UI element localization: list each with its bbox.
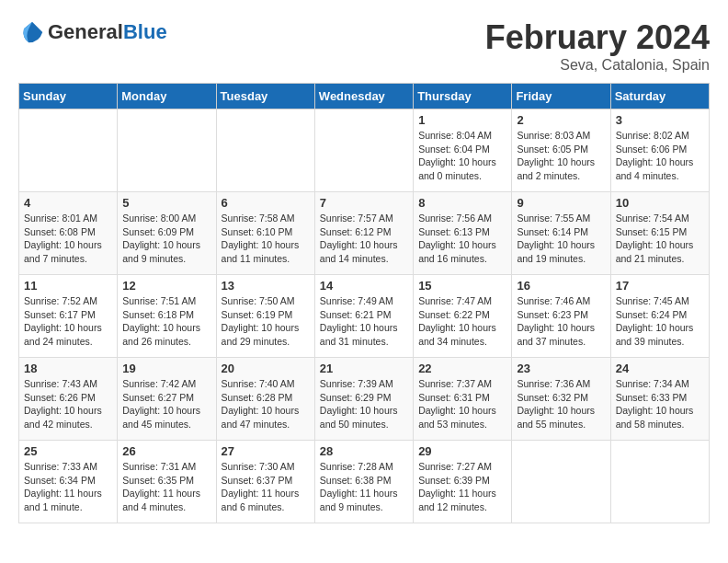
weekday-header-cell: Tuesday [216,84,314,109]
logo-icon [18,18,46,46]
day-info: Sunrise: 7:46 AM Sunset: 6:23 PM Dayligh… [517,294,605,349]
weekday-header-row: SundayMondayTuesdayWednesdayThursdayFrid… [19,84,710,109]
calendar-week-row: 1Sunrise: 8:04 AM Sunset: 6:04 PM Daylig… [19,109,710,192]
calendar-day-cell: 11Sunrise: 7:52 AM Sunset: 6:17 PM Dayli… [19,275,118,358]
calendar-subtitle: Seva, Catalonia, Spain [485,57,710,74]
calendar-day-cell [512,441,610,523]
calendar-day-cell: 19Sunrise: 7:42 AM Sunset: 6:27 PM Dayli… [118,358,216,441]
calendar-day-cell: 4Sunrise: 8:01 AM Sunset: 6:08 PM Daylig… [19,192,118,275]
calendar-day-cell: 24Sunrise: 7:34 AM Sunset: 6:33 PM Dayli… [610,358,709,441]
day-info: Sunrise: 7:58 AM Sunset: 6:10 PM Dayligh… [222,212,310,266]
day-info: Sunrise: 7:34 AM Sunset: 6:33 PM Dayligh… [616,377,704,431]
day-number: 6 [222,196,310,210]
day-number: 23 [517,362,605,375]
day-info: Sunrise: 7:54 AM Sunset: 6:15 PM Dayligh… [616,212,704,266]
calendar-week-row: 11Sunrise: 7:52 AM Sunset: 6:17 PM Dayli… [19,275,710,358]
title-area: February 2024 Seva, Catalonia, Spain [485,18,710,74]
calendar-day-cell: 12Sunrise: 7:51 AM Sunset: 6:18 PM Dayli… [118,275,216,358]
calendar-day-cell: 16Sunrise: 7:46 AM Sunset: 6:23 PM Dayli… [512,275,610,358]
day-number: 5 [122,196,210,210]
day-number: 28 [320,444,408,458]
calendar-day-cell: 27Sunrise: 7:30 AM Sunset: 6:37 PM Dayli… [216,441,314,523]
calendar-day-cell: 2Sunrise: 8:03 AM Sunset: 6:05 PM Daylig… [512,109,610,192]
day-info: Sunrise: 7:51 AM Sunset: 6:18 PM Dayligh… [122,294,210,349]
logo-blue-text: Blue [123,20,167,43]
day-number: 8 [418,196,506,210]
calendar-week-row: 4Sunrise: 8:01 AM Sunset: 6:08 PM Daylig… [19,192,710,275]
day-info: Sunrise: 7:47 AM Sunset: 6:22 PM Dayligh… [418,294,506,349]
weekday-header-cell: Saturday [610,84,709,109]
calendar-day-cell: 26Sunrise: 7:31 AM Sunset: 6:35 PM Dayli… [118,441,216,523]
day-info: Sunrise: 8:03 AM Sunset: 6:05 PM Dayligh… [517,129,605,183]
day-number: 17 [616,279,704,293]
weekday-header-cell: Friday [512,84,610,109]
calendar-body: 1Sunrise: 8:04 AM Sunset: 6:04 PM Daylig… [19,109,710,523]
calendar-day-cell: 22Sunrise: 7:37 AM Sunset: 6:31 PM Dayli… [414,358,512,441]
day-number: 11 [24,279,112,293]
day-number: 10 [616,196,704,210]
calendar-day-cell [610,441,709,523]
weekday-header-cell: Wednesday [314,84,413,109]
day-number: 22 [418,362,506,375]
calendar-day-cell: 29Sunrise: 7:27 AM Sunset: 6:39 PM Dayli… [414,441,512,523]
calendar-day-cell [19,109,118,192]
calendar-day-cell: 17Sunrise: 7:45 AM Sunset: 6:24 PM Dayli… [610,275,709,358]
calendar-day-cell: 20Sunrise: 7:40 AM Sunset: 6:28 PM Dayli… [216,358,314,441]
day-info: Sunrise: 7:52 AM Sunset: 6:17 PM Dayligh… [24,294,112,349]
day-number: 2 [517,113,605,127]
day-number: 3 [616,113,704,127]
day-number: 16 [517,279,605,293]
calendar-week-row: 18Sunrise: 7:43 AM Sunset: 6:26 PM Dayli… [19,358,710,441]
calendar-day-cell [118,109,216,192]
logo-general-text: General [48,20,123,43]
day-number: 14 [320,279,408,293]
day-number: 27 [222,444,310,458]
day-info: Sunrise: 8:02 AM Sunset: 6:06 PM Dayligh… [616,129,704,183]
day-info: Sunrise: 7:39 AM Sunset: 6:29 PM Dayligh… [320,377,408,431]
calendar-header: SundayMondayTuesdayWednesdayThursdayFrid… [19,84,710,109]
day-info: Sunrise: 7:42 AM Sunset: 6:27 PM Dayligh… [122,377,210,431]
calendar-day-cell: 21Sunrise: 7:39 AM Sunset: 6:29 PM Dayli… [314,358,413,441]
day-info: Sunrise: 7:45 AM Sunset: 6:24 PM Dayligh… [616,294,704,349]
calendar-day-cell: 28Sunrise: 7:28 AM Sunset: 6:38 PM Dayli… [314,441,413,523]
day-number: 12 [122,279,210,293]
calendar-day-cell: 7Sunrise: 7:57 AM Sunset: 6:12 PM Daylig… [314,192,413,275]
calendar-day-cell: 18Sunrise: 7:43 AM Sunset: 6:26 PM Dayli… [19,358,118,441]
calendar-day-cell: 1Sunrise: 8:04 AM Sunset: 6:04 PM Daylig… [414,109,512,192]
day-number: 25 [24,444,112,458]
day-number: 13 [222,279,310,293]
calendar-day-cell: 3Sunrise: 8:02 AM Sunset: 6:06 PM Daylig… [610,109,709,192]
calendar-day-cell: 23Sunrise: 7:36 AM Sunset: 6:32 PM Dayli… [512,358,610,441]
calendar-week-row: 25Sunrise: 7:33 AM Sunset: 6:34 PM Dayli… [19,441,710,523]
day-number: 1 [418,113,506,127]
calendar-day-cell: 13Sunrise: 7:50 AM Sunset: 6:19 PM Dayli… [216,275,314,358]
day-info: Sunrise: 8:00 AM Sunset: 6:09 PM Dayligh… [122,212,210,266]
calendar-day-cell: 5Sunrise: 8:00 AM Sunset: 6:09 PM Daylig… [118,192,216,275]
day-info: Sunrise: 7:28 AM Sunset: 6:38 PM Dayligh… [320,460,408,514]
weekday-header-cell: Thursday [414,84,512,109]
calendar-day-cell [216,109,314,192]
day-info: Sunrise: 8:04 AM Sunset: 6:04 PM Dayligh… [418,129,506,183]
calendar-title: February 2024 [485,18,710,57]
day-info: Sunrise: 7:43 AM Sunset: 6:26 PM Dayligh… [24,377,112,431]
day-info: Sunrise: 7:37 AM Sunset: 6:31 PM Dayligh… [418,377,506,431]
day-info: Sunrise: 7:57 AM Sunset: 6:12 PM Dayligh… [320,212,408,266]
calendar-day-cell: 8Sunrise: 7:56 AM Sunset: 6:13 PM Daylig… [414,192,512,275]
day-info: Sunrise: 7:36 AM Sunset: 6:32 PM Dayligh… [517,377,605,431]
calendar-day-cell: 15Sunrise: 7:47 AM Sunset: 6:22 PM Dayli… [414,275,512,358]
calendar-day-cell: 6Sunrise: 7:58 AM Sunset: 6:10 PM Daylig… [216,192,314,275]
day-info: Sunrise: 7:31 AM Sunset: 6:35 PM Dayligh… [122,460,210,514]
day-number: 26 [122,444,210,458]
day-info: Sunrise: 7:30 AM Sunset: 6:37 PM Dayligh… [222,460,310,514]
day-info: Sunrise: 7:56 AM Sunset: 6:13 PM Dayligh… [418,212,506,266]
day-number: 15 [418,279,506,293]
day-number: 4 [24,196,112,210]
logo: GeneralBlue [18,18,167,46]
weekday-header-cell: Monday [118,84,216,109]
day-number: 7 [320,196,408,210]
day-number: 29 [418,444,506,458]
day-info: Sunrise: 7:50 AM Sunset: 6:19 PM Dayligh… [222,294,310,349]
day-number: 24 [616,362,704,375]
calendar-day-cell: 9Sunrise: 7:55 AM Sunset: 6:14 PM Daylig… [512,192,610,275]
calendar-day-cell: 25Sunrise: 7:33 AM Sunset: 6:34 PM Dayli… [19,441,118,523]
